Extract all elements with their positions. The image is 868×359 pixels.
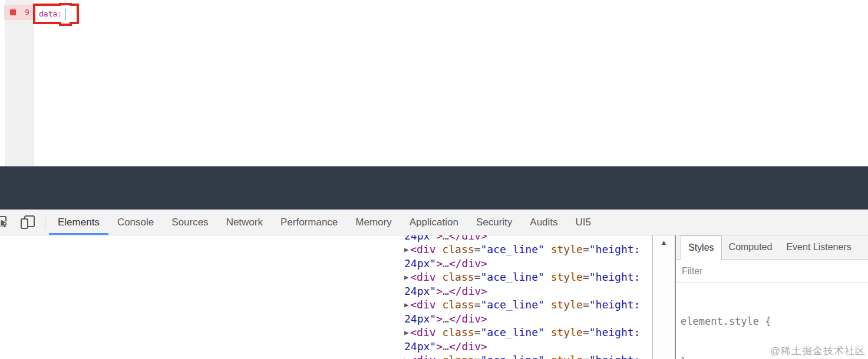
devtools-tab-bar: ElementsConsoleSourcesNetworkPerformance… [49,210,600,235]
sidebar-tab-styles[interactable]: Styles [681,235,722,260]
open-brace: { [759,315,771,327]
syntax-token: </div> [449,285,487,297]
scroll-up-arrow-icon[interactable]: ▲ [653,238,675,247]
sidebar-tab-computed[interactable]: Computed [722,235,780,259]
expand-arrow-icon[interactable]: ▶ [404,273,408,281]
dom-tree-node-partial[interactable]: 24px">…</div> [404,235,653,242]
syntax-token: … [443,235,449,242]
syntax-token: … [443,285,449,297]
dom-tree-node[interactable]: ▶<div class="ace_line" style="height: 24… [404,270,653,298]
syntax-token [436,354,443,359]
tab-memory[interactable]: Memory [346,210,400,235]
syntax-token: style [551,326,583,338]
sidebar-tab-bar: StylesComputedEvent Listeners [676,235,868,260]
devtools-toolbar: ElementsConsoleSourcesNetworkPerformance… [0,210,868,235]
syntax-token: <div [410,326,435,338]
syntax-token [544,243,551,255]
syntax-token: "ace_line" [480,271,544,283]
syntax-token [544,271,551,283]
expand-arrow-icon[interactable]: ▶ [404,356,408,359]
syntax-token: class [442,243,474,255]
ace-editor: 9 data: [0,0,868,166]
syntax-token: class [442,298,474,311]
tab-application[interactable]: Application [401,210,467,235]
syntax-token: <div [410,271,435,283]
syntax-token [436,243,443,255]
expand-arrow-icon[interactable]: ▶ [404,301,408,309]
syntax-token: > [436,285,443,297]
syntax-token: > [436,313,443,325]
syntax-token: … [443,313,449,325]
dom-tree-node[interactable]: ▶<div class="ace_line" style="height: 24… [404,242,653,270]
keyword-token[interactable]: data: [39,9,62,18]
syntax-token: = [583,326,589,338]
tab-network[interactable]: Network [217,210,272,235]
tab-console[interactable]: Console [108,210,163,235]
syntax-token: class [442,271,474,283]
watermark: @稀土掘金技术社区 [770,344,866,358]
syntax-token: = [474,326,481,338]
syntax-token: > [436,235,443,242]
screenshot-root: 9 data: ElementsConsoleSourcesNetworkPer… [0,0,868,359]
close-brace: } [681,356,687,359]
code-line[interactable]: data: [39,8,73,20]
syntax-token: = [583,354,589,359]
syntax-token: "ace_line" [480,243,544,255]
dom-tree-node[interactable]: ▶<div class="ace_line" style="height: 24… [404,325,653,353]
expand-arrow-icon[interactable]: ▶ [404,328,408,337]
syntax-token: </div> [449,340,487,353]
syntax-token: class [442,326,474,338]
tab-performance[interactable]: Performance [272,210,346,235]
syntax-token [436,271,443,283]
filter-placeholder: Filter [682,266,703,277]
styles-filter-input[interactable]: Filter [676,260,868,283]
syntax-token: </div> [449,235,487,242]
tab-ui5[interactable]: UI5 [567,210,600,235]
page-dark-band [0,166,868,210]
inspect-element-icon[interactable] [0,214,11,231]
editor-gutter[interactable] [5,0,34,166]
line-number[interactable]: 9 [5,5,29,20]
rule-selector-line: element.style { [681,315,868,328]
dom-tree-node[interactable]: ▶<div class="ace_line" style="height: 24… [404,353,653,359]
selector-text[interactable]: element.style [681,315,759,327]
syntax-token: </div> [449,313,487,325]
syntax-token: "ace_line" [480,354,544,359]
sidebar-tab-event-listeners[interactable]: Event Listeners [779,235,858,259]
tab-security[interactable]: Security [467,210,521,235]
devtools-toolbar-icons [0,210,45,235]
tree-scrollbar[interactable]: ▲ [653,235,675,359]
syntax-token: </div> [449,257,487,270]
dom-tree: 24px">…</div>▶<div class="ace_line" styl… [404,235,653,359]
syntax-token: 24px" [404,235,436,242]
syntax-token: > [436,340,443,353]
tab-elements[interactable]: Elements [49,210,108,235]
syntax-token: … [443,340,449,353]
syntax-token: > [436,257,443,270]
toolbar-separator [45,215,45,230]
syntax-token: = [583,243,589,255]
tab-sources[interactable]: Sources [163,210,217,235]
syntax-token: = [583,298,589,311]
syntax-token: class [442,354,474,359]
dom-tree-node[interactable]: ▶<div class="ace_line" style="height: 24… [404,298,653,325]
syntax-token: <div [410,298,435,311]
syntax-token: = [474,298,481,311]
syntax-token [544,298,551,311]
syntax-token [544,354,551,359]
syntax-token: = [474,243,481,255]
syntax-token: style [551,298,583,311]
annotation-box-keyword: data: [39,9,73,18]
elements-tree-panel: 24px">…</div>▶<div class="ace_line" styl… [0,235,653,359]
syntax-token: style [551,243,583,255]
styles-sidebar: StylesComputedEvent Listeners Filter ele… [676,235,868,359]
syntax-token [436,326,443,338]
expand-arrow-icon[interactable]: ▶ [404,245,408,254]
text-cursor [65,9,66,20]
syntax-token: "ace_line" [480,326,544,338]
syntax-token: style [551,271,583,283]
tab-audits[interactable]: Audits [521,210,566,235]
syntax-token: style [551,354,583,359]
syntax-token: = [474,271,481,283]
device-toolbar-icon[interactable] [19,214,36,231]
